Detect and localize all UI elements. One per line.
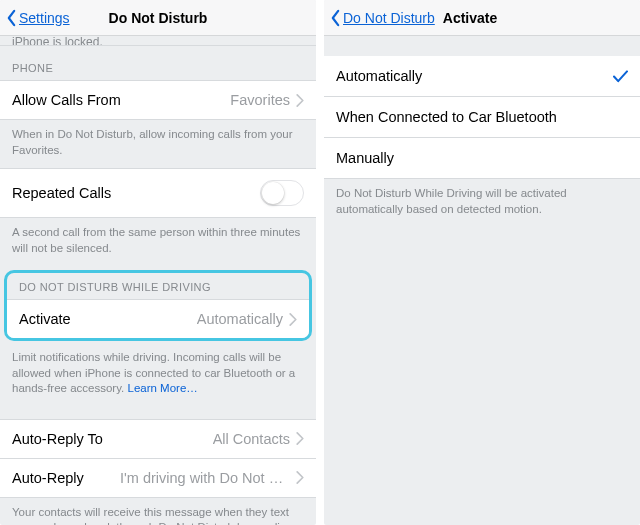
toggle-repeated-calls[interactable] bbox=[260, 180, 304, 206]
navbar: Settings Do Not Disturb bbox=[0, 0, 316, 36]
back-label: Do Not Disturb bbox=[343, 10, 435, 26]
footer-allow-calls: When in Do Not Disturb, allow incoming c… bbox=[0, 120, 316, 168]
navbar: Do Not Disturb Activate bbox=[324, 0, 640, 36]
section-header-dndwd: DO NOT DISTURB WHILE DRIVING bbox=[7, 273, 309, 299]
learn-more-link[interactable]: Learn More… bbox=[127, 382, 197, 394]
row-auto-reply-to[interactable]: Auto-Reply To All Contacts bbox=[0, 419, 316, 459]
settings-pane-dnd: Settings Do Not Disturb iPhone is locked… bbox=[0, 0, 316, 525]
option-car-bluetooth[interactable]: When Connected to Car Bluetooth bbox=[324, 97, 640, 138]
row-label: Auto-Reply To bbox=[12, 431, 213, 447]
chevron-left-icon bbox=[330, 9, 341, 27]
highlighted-section: DO NOT DISTURB WHILE DRIVING Activate Au… bbox=[4, 270, 312, 341]
chevron-right-icon bbox=[296, 432, 304, 445]
settings-pane-activate: Do Not Disturb Activate Automatically Wh… bbox=[324, 0, 640, 525]
option-label: Automatically bbox=[336, 68, 613, 84]
option-automatically[interactable]: Automatically bbox=[324, 56, 640, 97]
row-label: Activate bbox=[19, 311, 197, 327]
footer-auto-reply: Your contacts will receive this message … bbox=[0, 498, 316, 525]
chevron-left-icon bbox=[6, 9, 17, 27]
chevron-right-icon bbox=[289, 313, 297, 326]
option-label: When Connected to Car Bluetooth bbox=[336, 109, 628, 125]
nav-title: Activate bbox=[443, 10, 497, 26]
row-label: Repeated Calls bbox=[12, 185, 260, 201]
chevron-right-icon bbox=[296, 94, 304, 107]
row-value: Favorites bbox=[230, 92, 290, 108]
footer-activate: Do Not Disturb While Driving will be act… bbox=[324, 179, 640, 227]
row-activate[interactable]: Activate Automatically bbox=[7, 299, 309, 338]
back-button[interactable]: Settings bbox=[6, 9, 70, 27]
footer-repeated-calls: A second call from the same person withi… bbox=[0, 218, 316, 266]
option-label: Manually bbox=[336, 150, 628, 166]
right-scroll[interactable]: Automatically When Connected to Car Blue… bbox=[324, 36, 640, 525]
section-header-phone: PHONE bbox=[0, 46, 316, 80]
row-allow-calls-from[interactable]: Allow Calls From Favorites bbox=[0, 80, 316, 120]
option-manually[interactable]: Manually bbox=[324, 138, 640, 179]
row-auto-reply[interactable]: Auto-Reply I'm driving with Do Not Distu… bbox=[0, 459, 316, 498]
row-repeated-calls[interactable]: Repeated Calls bbox=[0, 168, 316, 218]
row-value: All Contacts bbox=[213, 431, 290, 447]
footer-dndwd: Limit notifications while driving. Incom… bbox=[0, 343, 316, 407]
row-value: Automatically bbox=[197, 311, 283, 327]
back-label: Settings bbox=[19, 10, 70, 26]
row-label: Allow Calls From bbox=[12, 92, 230, 108]
chevron-right-icon bbox=[296, 471, 304, 484]
row-label: Auto-Reply bbox=[12, 470, 120, 486]
row-value: I'm driving with Do Not Distu… bbox=[120, 470, 290, 486]
truncated-footer-text: iPhone is locked. bbox=[0, 36, 316, 46]
checkmark-icon bbox=[613, 70, 628, 83]
left-scroll[interactable]: iPhone is locked. PHONE Allow Calls From… bbox=[0, 36, 316, 525]
back-button[interactable]: Do Not Disturb bbox=[330, 9, 435, 27]
nav-title: Do Not Disturb bbox=[109, 10, 208, 26]
